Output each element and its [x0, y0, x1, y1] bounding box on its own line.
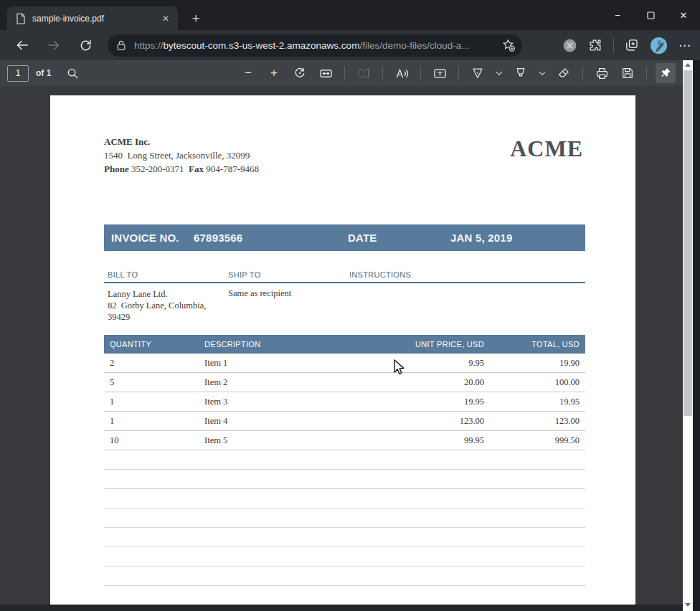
invoice-meta-bar: INVOICE NO. 67893566 DATE JAN 5, 2019 [104, 224, 585, 251]
toolbar-divider [382, 66, 383, 80]
cell-description: Item 4 [204, 412, 227, 431]
browser-actions: ⋯ [562, 37, 700, 55]
navigation-bar: https://bytescout-com.s3-us-west-2.amazo… [0, 30, 700, 60]
cell-unit-price: 9.95 [468, 354, 484, 373]
page-number-input[interactable] [7, 65, 29, 82]
toolbar-divider [582, 66, 583, 80]
company-block: ACME Inc. 1540 Long Street, Jacksonville… [104, 135, 259, 176]
fax-value: 904-787-9468 [206, 164, 259, 174]
pdf-tool-group: − + [238, 63, 676, 83]
save-icon[interactable] [618, 63, 638, 83]
zoom-in-button[interactable]: + [264, 63, 284, 83]
scrollbar-thumb[interactable] [684, 70, 692, 416]
company-name: ACME Inc. [104, 135, 259, 148]
cell-total: 123.00 [555, 412, 580, 431]
toolbar-divider [646, 66, 647, 80]
phone-value: 352-200-0371 [131, 164, 184, 174]
ship-to-label: SHIP TO [228, 270, 261, 279]
extension-badge-icon[interactable] [562, 38, 577, 53]
empty-table-row [104, 567, 585, 586]
lock-icon [116, 39, 126, 51]
instructions-label: INSTRUCTIONS [349, 270, 411, 279]
zoom-out-button[interactable]: − [238, 63, 258, 83]
bill-to-line: Lanny Lane Ltd. [108, 288, 206, 300]
cell-unit-price: 19.95 [464, 392, 484, 412]
bill-to-address: Lanny Lane Ltd. 82 Gorby Lane, Columbia,… [108, 288, 206, 323]
items-table: QUANTITY DESCRIPTION UNIT PRICE, USD TOT… [104, 335, 585, 586]
window-close-button[interactable]: ✕ [667, 0, 700, 30]
items-table-header: QUANTITY DESCRIPTION UNIT PRICE, USD TOT… [104, 335, 585, 354]
erase-icon[interactable] [554, 63, 574, 83]
tab-close-icon[interactable]: ✕ [158, 11, 174, 27]
collections-icon[interactable] [625, 38, 639, 52]
cell-total: 19.95 [559, 392, 580, 412]
table-row: 10 Item 5 99.95 999.50 [104, 431, 585, 450]
scroll-up-icon[interactable] [683, 60, 693, 70]
bill-to-line: 82 Gorby Lane, Columbia, [108, 300, 206, 311]
cell-description: Item 5 [204, 431, 227, 450]
chevron-down-icon[interactable] [493, 63, 505, 83]
settings-menu-icon[interactable]: ⋯ [678, 38, 691, 53]
header-unit-price: UNIT PRICE, USD [415, 335, 484, 354]
toolbar-divider [420, 66, 421, 80]
header-description: DESCRIPTION [204, 335, 260, 354]
empty-table-row [104, 489, 585, 508]
search-icon[interactable] [62, 63, 82, 83]
browser-tab[interactable]: sample-invoice.pdf ✕ [7, 6, 178, 30]
cell-quantity: 1 [110, 412, 114, 431]
page-view-icon[interactable] [354, 63, 374, 83]
url-path: /files/demo-files/cloud-a... [359, 40, 469, 51]
draw-icon[interactable] [468, 63, 488, 83]
empty-table-row [104, 470, 585, 489]
refresh-icon[interactable] [73, 33, 98, 57]
cell-unit-price: 99.95 [464, 431, 484, 450]
company-address: 1540 Long Street, Jacksonville, 32099 [104, 148, 259, 162]
chevron-down-icon[interactable] [536, 63, 548, 83]
print-icon[interactable] [592, 63, 612, 83]
extensions-puzzle-icon[interactable] [588, 38, 602, 52]
forward-icon[interactable] [42, 33, 66, 57]
vertical-scrollbar[interactable] [683, 60, 693, 611]
pin-toolbar-icon[interactable] [656, 63, 676, 83]
new-tab-button[interactable]: + [188, 11, 204, 27]
empty-table-row [104, 547, 585, 567]
cell-unit-price: 20.00 [464, 373, 484, 392]
fit-to-page-icon[interactable] [316, 63, 336, 83]
address-bar[interactable]: https://bytescout-com.s3-us-west-2.amazo… [108, 34, 522, 57]
url-text: https://bytescout-com.s3-us-west-2.amazo… [134, 40, 469, 51]
cell-description: Item 2 [204, 373, 227, 392]
mouse-cursor [393, 359, 406, 376]
company-logo: ACME [510, 136, 583, 162]
url-domain: bytescout-com.s3-us-west-2.amazonaws.com [164, 40, 360, 51]
bill-to-line: 39429 [108, 311, 206, 323]
window-minimize-button[interactable]: − [601, 0, 634, 30]
table-row: 2 Item 1 9.95 19.90 [104, 354, 585, 373]
pdf-file-icon [16, 13, 26, 24]
header-total: TOTAL, USD [531, 335, 580, 354]
pdf-page: ACME Inc. 1540 Long Street, Jacksonville… [50, 95, 635, 605]
empty-table-row [104, 450, 585, 470]
header-quantity: QUANTITY [110, 335, 151, 354]
page-count-label: of 1 [36, 68, 51, 78]
read-aloud-icon[interactable] [392, 63, 412, 83]
profile-avatar[interactable] [650, 37, 668, 55]
add-text-icon[interactable] [430, 63, 450, 83]
favorite-star-icon[interactable] [501, 38, 516, 52]
table-row: 1 Item 3 19.95 19.95 [104, 392, 585, 412]
cell-description: Item 1 [204, 354, 227, 373]
date-label: DATE [348, 224, 377, 251]
highlight-icon[interactable] [511, 63, 531, 83]
cell-description: Item 3 [204, 392, 227, 412]
rotate-icon[interactable] [290, 63, 310, 83]
cell-unit-price: 123.00 [460, 412, 484, 431]
window-maximize-button[interactable] [634, 0, 667, 30]
toolbar-divider [344, 66, 345, 80]
phone-label: Phone [104, 164, 129, 174]
empty-table-row [104, 508, 585, 528]
scroll-down-icon[interactable] [683, 600, 693, 610]
window-controls: − ✕ [601, 0, 700, 30]
empty-table-row [104, 528, 585, 547]
window-right-edge [693, 60, 700, 611]
back-icon[interactable] [10, 33, 34, 57]
cell-total: 100.00 [555, 373, 580, 392]
